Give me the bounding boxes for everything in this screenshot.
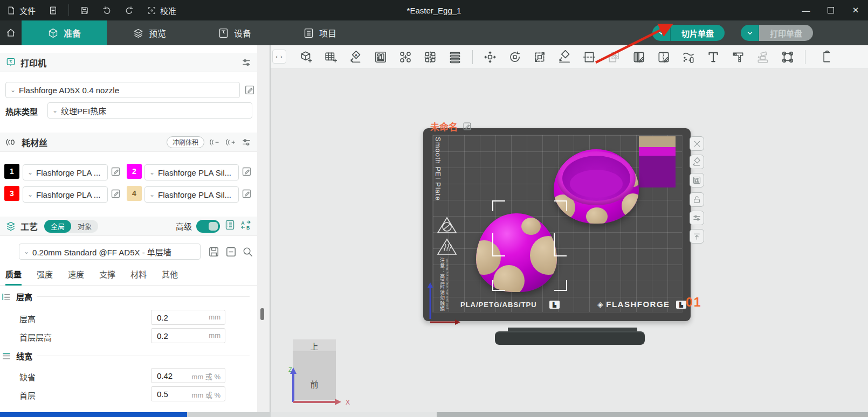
assembly-icon[interactable] <box>755 50 770 65</box>
ptab-quality[interactable]: 质量 <box>5 268 22 286</box>
plate-title-row: 未命名 <box>430 120 472 133</box>
tab-project[interactable]: 项目 <box>277 20 362 45</box>
compare-presets-icon[interactable]: AB <box>240 219 252 233</box>
delete-plate-button[interactable] <box>690 136 704 151</box>
printer-settings-icon[interactable] <box>241 57 252 68</box>
ptab-support[interactable]: 支撑 <box>99 268 115 284</box>
printer-edit-button[interactable] <box>244 84 256 96</box>
x-axis-label: X <box>346 399 350 406</box>
redo-button[interactable] <box>118 0 141 20</box>
ptab-others[interactable]: 其他 <box>162 268 178 284</box>
move-plate-up-button[interactable] <box>690 229 704 244</box>
filament-2-edit-button[interactable] <box>241 166 252 177</box>
filament-3-select[interactable]: ⌄ Flashforge PLA ... <box>23 186 108 203</box>
delete-icon <box>693 140 701 148</box>
add-plate-icon[interactable] <box>323 50 339 65</box>
selection-bracket <box>554 280 567 291</box>
filament-3-edit-button[interactable] <box>110 188 121 199</box>
paint-wall-icon[interactable] <box>631 50 646 65</box>
print-dropdown-button[interactable] <box>741 25 759 41</box>
recent-files-button[interactable] <box>42 0 64 20</box>
home-button[interactable] <box>0 20 22 45</box>
filament-4-select[interactable]: ⌄ Flashforge PLA Sil... <box>144 186 239 203</box>
filament-settings-icon[interactable] <box>241 137 252 148</box>
rotate-icon[interactable] <box>507 50 522 65</box>
clipped-edge-icon[interactable] <box>815 50 830 65</box>
scale-icon[interactable] <box>532 50 547 65</box>
add-filament-icon[interactable] <box>225 137 237 148</box>
bed-type-select[interactable]: ⌄ 纹理PEI热床 <box>47 102 252 119</box>
seam-paint-icon[interactable] <box>656 50 671 65</box>
move-icon[interactable] <box>483 50 498 65</box>
panel-divider <box>270 45 271 412</box>
tab-device[interactable]: 设备 <box>192 20 277 45</box>
filament-1-edit-button[interactable] <box>110 166 121 177</box>
scope-global-button[interactable]: 全局 <box>44 220 71 233</box>
layer-height-input[interactable] <box>151 310 200 324</box>
panel-scrollbar-thumb[interactable] <box>260 308 264 320</box>
add-model-icon[interactable] <box>299 50 314 65</box>
save-button[interactable] <box>73 0 95 20</box>
arrange-plate-icon[interactable] <box>373 50 388 65</box>
collapse-panel-button[interactable]: ‹ › <box>272 50 286 64</box>
undo-button[interactable] <box>95 0 118 20</box>
plate-name-edit-button[interactable] <box>462 121 472 131</box>
plate-settings-button[interactable] <box>690 211 704 225</box>
param-list-icon[interactable] <box>224 219 236 233</box>
ptab-material[interactable]: 材料 <box>130 268 147 284</box>
filament-3-swatch[interactable]: 3 <box>4 186 19 201</box>
text-tool-icon[interactable] <box>706 50 721 65</box>
scope-object-button[interactable]: 对象 <box>71 220 98 233</box>
slice-plate-button[interactable]: 切片单盘 <box>671 25 725 41</box>
file-menu[interactable]: 文件 <box>0 0 42 20</box>
layers-view-icon[interactable] <box>447 50 463 65</box>
viewport-3d[interactable]: ‹ › A 未命名 Smooth PEI Plate <box>271 45 868 412</box>
lock-plate-button[interactable] <box>690 192 704 207</box>
advanced-toggle[interactable] <box>196 220 220 233</box>
boolean-overlap-icon[interactable] <box>607 50 622 65</box>
cube-top-label[interactable]: 上 <box>293 340 336 352</box>
filament-2-swatch[interactable]: 2 <box>127 164 142 179</box>
fill-plate-icon[interactable] <box>398 50 413 65</box>
measure-icon[interactable] <box>731 50 746 65</box>
ptab-strength[interactable]: 强度 <box>37 268 53 284</box>
remove-filament-icon[interactable] <box>209 137 221 148</box>
svg-text:A: A <box>241 220 245 226</box>
tab-preview[interactable]: 预览 <box>107 20 192 45</box>
filament-4-swatch[interactable]: 4 <box>127 186 142 201</box>
layer-height-icon <box>1 292 12 302</box>
arrange-plate-button[interactable] <box>690 173 704 187</box>
save-preset-icon[interactable] <box>208 246 220 258</box>
prime-tower[interactable] <box>639 136 676 187</box>
first-layer-height-input[interactable] <box>151 329 200 343</box>
filament-1-select[interactable]: ⌄ Flashforge PLA ... <box>23 164 108 180</box>
spray-paint-icon[interactable] <box>681 50 696 65</box>
search-param-icon[interactable] <box>242 246 254 258</box>
auto-orient-icon[interactable]: A <box>348 50 363 65</box>
orientation-cube[interactable]: 上 前 Z X <box>293 339 336 400</box>
ptab-speed[interactable]: 速度 <box>68 268 84 284</box>
scope-toggle: 全局 对象 <box>44 220 98 233</box>
flush-volume-button[interactable]: 冲刷体积 <box>167 136 204 148</box>
slice-dropdown-button[interactable] <box>652 25 671 41</box>
minimize-button[interactable]: — <box>794 0 818 20</box>
filament-1-swatch[interactable]: 1 <box>4 164 19 179</box>
printer-select[interactable]: ⌄ Flashforge AD5X 0.4 nozzle <box>5 82 240 98</box>
selection-bracket <box>554 233 567 256</box>
preset-select[interactable]: ⌄ 0.20mm Standard @FF AD5X - 单层墙 <box>19 244 201 260</box>
lay-on-face-icon[interactable] <box>557 50 572 65</box>
remove-preset-icon[interactable] <box>225 246 237 258</box>
fix-model-icon[interactable] <box>780 50 795 65</box>
filament-4-edit-button[interactable] <box>241 188 252 199</box>
group-line-width-title: 线宽 <box>16 350 32 362</box>
panel-scrollbar-track[interactable] <box>257 45 270 412</box>
cut-icon[interactable] <box>582 50 597 65</box>
maximize-button[interactable] <box>818 0 843 20</box>
print-plate-button[interactable]: 打印单盘 <box>759 25 813 41</box>
close-button[interactable]: ✕ <box>843 0 868 20</box>
filament-2-select[interactable]: ⌄ Flashforge PLA Sil... <box>144 164 239 180</box>
calibrate-button[interactable]: 校准 <box>141 0 183 20</box>
split-to-plates-icon[interactable] <box>423 50 438 65</box>
auto-orient-plate-button[interactable] <box>690 155 704 169</box>
tab-prepare[interactable]: 准备 <box>22 20 107 45</box>
